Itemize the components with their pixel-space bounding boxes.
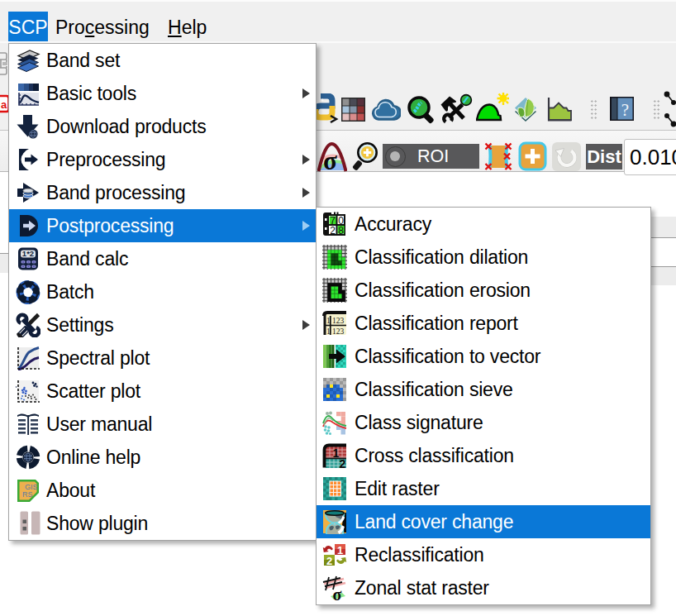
svg-text:σ: σ (323, 146, 337, 172)
svg-text:?: ? (621, 100, 629, 120)
svg-text:2: 2 (330, 225, 336, 236)
svg-text:2: 2 (326, 555, 332, 567)
svg-text:a: a (1, 98, 7, 111)
svg-text:1: 1 (333, 446, 340, 460)
svg-text:RS: RS (22, 490, 33, 499)
svg-text:8: 8 (338, 225, 344, 236)
svg-text:123: 123 (332, 327, 345, 336)
svg-text:1: 1 (326, 317, 331, 325)
svg-text:2: 2 (340, 457, 346, 468)
svg-text:1: 1 (326, 327, 331, 336)
svg-text:123: 123 (332, 317, 345, 325)
svg-text:σ: σ (333, 585, 342, 601)
svg-text:1*2: 1*2 (22, 249, 34, 258)
svg-text:GIS: GIS (25, 483, 38, 491)
svg-text:1: 1 (337, 544, 343, 556)
